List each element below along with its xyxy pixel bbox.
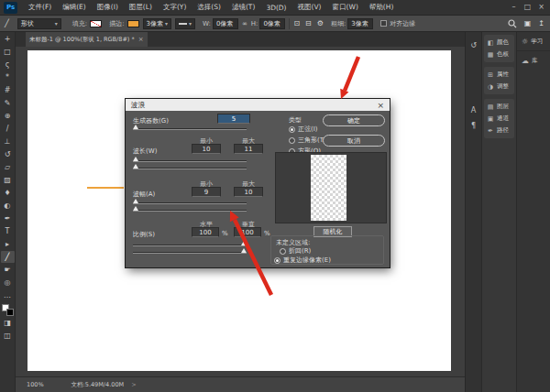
color-swatches[interactable] [2,304,14,316]
path-operations-icon[interactable]: ⊡ [293,18,300,29]
learn-panel-button[interactable]: ☼ 学习 [517,32,550,50]
history-brush-tool-icon[interactable]: ↺ [1,148,15,160]
document-tab[interactable]: 未标题-1 @ 100%(形状 1, RGB/8#) * × [26,32,148,47]
paragraph-panel-icon[interactable]: ¶ [468,120,480,132]
eraser-tool-icon[interactable]: ▱ [1,161,15,173]
brush-tool-icon[interactable]: / [1,123,15,135]
menu-item-2[interactable]: 图像(I) [92,3,124,12]
shape-height-field[interactable]: 0像素 [259,18,285,29]
minimize-button[interactable]: – [507,0,521,14]
healing-brush-tool-icon[interactable]: ⊕ [1,110,15,122]
type-sine-radio[interactable]: 正弦(I) [289,125,318,134]
path-select-tool-icon[interactable]: ▸ [1,238,15,250]
menu-item-3[interactable]: 图层(L) [124,3,158,12]
repeat-edge-pixels-radio[interactable]: 重复边缘像素(E) [274,256,331,265]
shape-width-field[interactable]: 0像素 [213,18,238,29]
close-button[interactable]: × [534,0,548,14]
tool-mode-select[interactable]: 形状 ▾ [17,18,61,29]
menu-item-7[interactable]: 3D(D) [260,4,292,12]
lasso-tool-icon[interactable]: ς [1,59,15,71]
generators-field[interactable]: 5 [217,114,250,124]
wavelength-max-field[interactable]: 11 [234,144,263,154]
tab-close-icon[interactable]: × [138,36,144,43]
wavelength-min-field[interactable]: 10 [192,144,221,154]
dialog-close-icon[interactable]: × [377,101,384,110]
panel-tab-layers[interactable]: ▤图层 [484,101,514,113]
wavelength-min-slider[interactable] [133,161,247,162]
menu-item-1[interactable]: 编辑(E) [57,3,92,12]
amplitude-max-field[interactable]: 10 [234,187,263,197]
workspace-switcher-icon[interactable]: ▣ [524,18,532,29]
menu-item-8[interactable]: 视图(V) [292,3,327,12]
align-edges-checkbox[interactable] [380,20,387,27]
settings-gear-icon[interactable]: ⚙ [317,18,324,29]
gradient-tool-icon[interactable]: ▨ [1,174,15,186]
amplitude-max-slider[interactable] [133,211,247,212]
screen-mode-icon[interactable]: ◫ [1,330,15,342]
stroke-width-field[interactable]: 3像素 ▾ [143,18,171,29]
menu-item-5[interactable]: 选择(S) [192,3,226,12]
panel-tab-channels[interactable]: ▣通道 [484,113,514,125]
move-tool-icon[interactable]: + [1,33,15,45]
zoom-tool-icon[interactable]: ◎ [1,277,15,289]
line-weight-field[interactable]: 3像素 [347,18,373,29]
wrap-around-radio[interactable]: 折回(R) [280,246,311,256]
line-shape-tool-icon[interactable]: ╱ [1,251,15,263]
panel-group: ▤图层▣通道✒路径 [484,99,514,138]
menu-item-9[interactable]: 窗口(W) [327,3,364,12]
scale-vertical-slider[interactable] [133,253,247,254]
menu-item-10[interactable]: 帮助(H) [364,3,400,12]
character-panel-icon[interactable]: A [468,104,480,116]
menu-item-0[interactable]: 文件(F) [23,3,57,12]
magic-wand-tool-icon[interactable]: * [1,71,15,83]
wavelength-label: 波长(W) [133,147,157,156]
generators-slider[interactable] [133,129,247,130]
crop-tool-icon[interactable]: # [1,84,15,96]
amplitude-min-slider[interactable] [133,203,247,204]
menu-item-6[interactable]: 滤镜(T) [226,3,260,12]
link-dimensions-icon[interactable]: ∞ [242,18,248,29]
quick-mask-icon[interactable]: ◨ [1,317,15,329]
app-logo-icon: Ps [4,2,17,14]
clone-stamp-tool-icon[interactable]: ⊥ [1,136,15,147]
panel-tab-properties[interactable]: ⊞属性 [484,69,514,81]
panel-tab-adjustments[interactable]: ◑调整 [484,81,514,93]
wavelength-max-slider[interactable] [133,169,247,169]
path-align-icon[interactable]: ⊟ [305,18,312,29]
active-tool-icon[interactable]: ╱ [5,18,9,29]
dodge-tool-icon[interactable]: ◐ [1,200,15,212]
background-color-swatch[interactable] [6,309,14,316]
zoom-level-field[interactable]: 100% [27,381,44,388]
libraries-panel-button[interactable]: ☁ 库 [517,50,550,70]
tool-overflow-icon[interactable]: … [1,289,15,301]
scale-vertical-field[interactable]: 100 [234,227,261,237]
share-icon[interactable]: ↥ [538,18,544,29]
stroke-style-select[interactable]: ▾ [175,18,195,29]
history-panel-icon[interactable]: ↺ [468,39,480,51]
eyedropper-tool-icon[interactable]: ✎ [1,97,15,109]
hand-tool-icon[interactable]: ☛ [1,264,15,276]
status-chevron-icon[interactable]: > [131,381,136,388]
right-sidebar: ☼ 学习 ☁ 库 [516,32,550,392]
panel-tab-swatches[interactable]: ▦色板 [484,49,514,60]
marquee-tool-icon[interactable]: □ [1,46,15,58]
stroke-swatch[interactable] [127,20,139,27]
pen-tool-icon[interactable]: ✒ [1,212,15,224]
fill-swatch[interactable] [90,20,102,27]
channels-label: 通道 [497,114,509,123]
ok-button[interactable]: 确定 [323,114,385,126]
panel-tab-paths[interactable]: ✒路径 [484,125,514,136]
scale-horizontal-slider[interactable] [133,245,247,246]
amplitude-min-field[interactable]: 9 [192,187,221,197]
search-icon[interactable] [508,19,517,28]
cancel-button[interactable]: 取消 [323,135,385,147]
panel-tab-color[interactable]: ◧颜色 [484,37,514,49]
menu-item-4[interactable]: 文字(Y) [158,3,192,12]
type-triangle-radio[interactable]: 三角形(T) [289,136,326,145]
scale-horizontal-field[interactable]: 100 [192,227,219,237]
dialog-title-bar[interactable]: 波浪 × [126,99,390,111]
maximize-button[interactable]: □ [521,0,534,14]
height-label: H: [251,18,258,29]
blur-tool-icon[interactable]: ♦ [1,187,15,199]
type-tool-icon[interactable]: T [1,225,15,237]
